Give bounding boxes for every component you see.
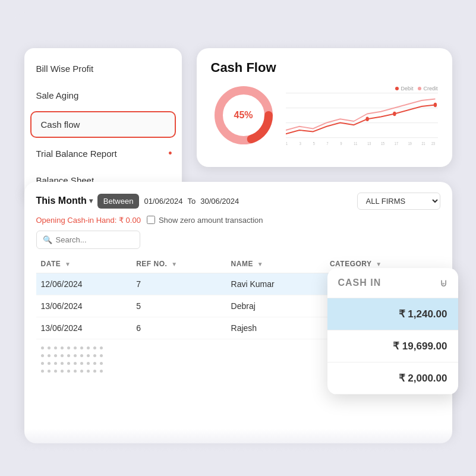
line-chart-area: Debit Credit (286, 86, 438, 145)
dot (48, 354, 51, 357)
dot (48, 346, 51, 349)
dot (48, 370, 51, 373)
donut-chart: 45% (211, 83, 276, 148)
search-input[interactable] (56, 235, 134, 244)
date-filter-icon[interactable]: ▼ (65, 261, 71, 267)
dot (93, 354, 96, 357)
cell-date: 13/06/2024 (36, 295, 132, 317)
dot (61, 370, 64, 373)
opening-row: Opening Cash-in Hand: ₹ 0.00 Show zero a… (36, 216, 440, 225)
svg-text:1: 1 (286, 141, 288, 145)
cell-ref: 6 (131, 317, 226, 339)
ref-filter-icon[interactable]: ▼ (171, 261, 177, 267)
dot (54, 362, 57, 365)
search-icon: 🔍 (43, 235, 52, 244)
sidebar-item-sale-aging[interactable]: Sale Aging (24, 82, 182, 109)
dot (93, 362, 96, 365)
dot (74, 362, 77, 365)
chevron-down-icon: ▾ (89, 197, 93, 205)
period-dropdown[interactable]: This Month ▾ (36, 196, 93, 206)
svg-text:21: 21 (421, 141, 425, 145)
dot (87, 346, 90, 349)
svg-point-9 (365, 116, 368, 121)
chart-card: Cash Flow 45% Debit (197, 48, 452, 167)
svg-text:19: 19 (408, 141, 411, 145)
cash-in-title: CASH IN (338, 278, 382, 288)
cash-in-row-2[interactable]: ₹ 19,699.00 (327, 330, 458, 362)
dot (67, 370, 70, 373)
svg-text:7: 7 (326, 141, 328, 145)
category-filter-icon[interactable]: ▼ (376, 261, 382, 267)
cash-in-header: CASH IN ⊌ (327, 268, 458, 298)
between-button[interactable]: Between (97, 194, 140, 209)
chart-content: 45% Debit Credit (211, 83, 438, 148)
cash-in-row-3[interactable]: ₹ 2,000.00 (327, 362, 458, 395)
name-filter-icon[interactable]: ▼ (257, 261, 263, 267)
dot (87, 362, 90, 365)
sidebar-item-trial-balance[interactable]: Trial Balance Report (24, 140, 182, 167)
sidebar-item-cash-flow[interactable]: Cash flow (30, 111, 176, 138)
cash-in-row-1[interactable]: ₹ 1,240.00 (327, 298, 458, 330)
svg-text:3: 3 (299, 141, 301, 145)
legend-debit: Debit (395, 86, 413, 92)
search-container: 🔍 (36, 231, 140, 249)
dot (41, 362, 44, 365)
cash-in-panel: CASH IN ⊌ ₹ 1,240.00 ₹ 19,699.00 ₹ 2,000… (327, 268, 458, 395)
svg-text:11: 11 (354, 141, 357, 145)
dot (41, 346, 44, 349)
dot (74, 354, 77, 357)
cell-ref: 5 (131, 295, 226, 317)
dot (93, 370, 96, 373)
dot (61, 354, 64, 357)
svg-point-7 (433, 102, 436, 107)
dot (54, 346, 57, 349)
dot (48, 362, 51, 365)
donut-percentage: 45% (234, 110, 253, 121)
col-name: NAME ▼ (226, 255, 325, 273)
cell-name: Ravi Kumar (226, 273, 325, 295)
zero-amount-checkbox-input[interactable] (147, 216, 155, 224)
svg-text:15: 15 (381, 141, 384, 145)
date-to: 30/06/2024 (200, 197, 239, 206)
cell-ref: 7 (131, 273, 226, 295)
zero-amount-label: Show zero amount transaction (159, 216, 263, 225)
dot (100, 362, 103, 365)
filter-funnel-icon[interactable]: ⊌ (440, 276, 447, 289)
main-container: Bill Wise Profit Sale Aging Cash flow Tr… (12, 12, 464, 464)
dot (80, 354, 83, 357)
firms-select[interactable]: ALL FIRMS (357, 193, 440, 210)
dot (74, 370, 77, 373)
cell-date: 13/06/2024 (36, 317, 132, 339)
date-to-label: To (187, 197, 196, 206)
sidebar-item-bill-wise-profit[interactable]: Bill Wise Profit (24, 55, 182, 82)
dot (100, 354, 103, 357)
col-date: DATE ▼ (36, 255, 132, 273)
legend-credit-dot (418, 87, 421, 90)
dot (54, 370, 57, 373)
dot (41, 370, 44, 373)
dot (67, 346, 70, 349)
svg-point-8 (393, 111, 396, 116)
chart-legend: Debit Credit (395, 86, 437, 92)
svg-text:5: 5 (313, 141, 314, 145)
chart-title: Cash Flow (211, 60, 438, 75)
opening-balance-label: Opening Cash-in Hand: ₹ 0.00 (36, 216, 141, 225)
dot (67, 354, 70, 357)
dot (80, 370, 83, 373)
dot (100, 346, 103, 349)
svg-text:23: 23 (431, 141, 435, 145)
dot (41, 354, 44, 357)
dot (67, 362, 70, 365)
dot (80, 362, 83, 365)
zero-amount-checkbox[interactable]: Show zero amount transaction (147, 216, 263, 225)
cell-name: Debraj (226, 295, 325, 317)
legend-credit: Credit (418, 86, 437, 92)
dot (93, 346, 96, 349)
svg-text:9: 9 (340, 141, 342, 145)
dot (54, 354, 57, 357)
cell-date: 12/06/2024 (36, 273, 132, 295)
svg-text:13: 13 (367, 141, 371, 145)
col-ref: REF NO. ▼ (131, 255, 226, 273)
dot (80, 346, 83, 349)
dot (87, 354, 90, 357)
